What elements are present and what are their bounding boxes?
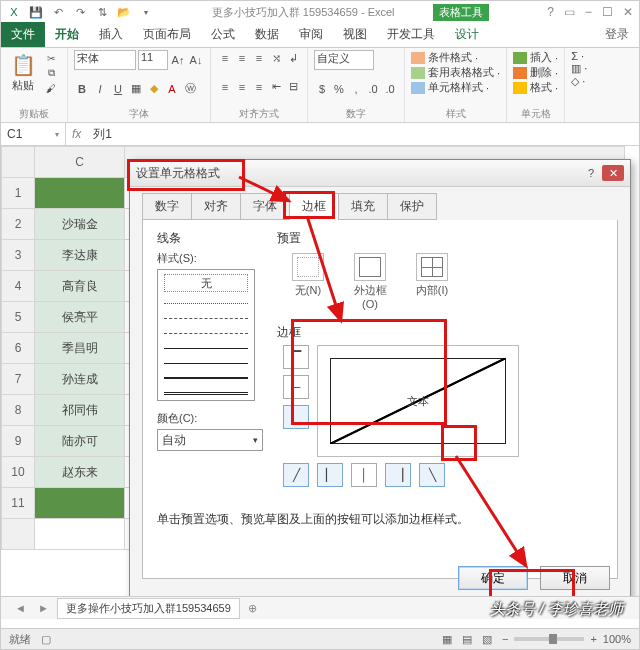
fill-color-icon[interactable]: ◆: [146, 81, 162, 97]
align-left-icon[interactable]: ≡: [217, 79, 233, 95]
preset-none[interactable]: 无(N): [287, 253, 329, 310]
cell-c10[interactable]: 赵东来: [35, 457, 125, 488]
cell-style-button[interactable]: 单元格样式 ·: [411, 80, 500, 95]
qat-dropdown-icon[interactable]: ▾: [139, 5, 153, 19]
table-format-button[interactable]: 套用表格格式 ·: [411, 65, 500, 80]
sheet-nav-prev-icon[interactable]: ◄: [11, 602, 30, 614]
wrap-text-icon[interactable]: ↲: [285, 50, 301, 66]
border-top-button[interactable]: ▔: [283, 345, 309, 369]
sort-icon[interactable]: ⇅: [95, 5, 109, 19]
cell-c2[interactable]: 沙瑞金: [35, 209, 125, 240]
name-box[interactable]: C1▾: [1, 123, 66, 145]
row-header[interactable]: 7: [2, 364, 35, 395]
row-header[interactable]: 11: [2, 488, 35, 519]
font-color-icon[interactable]: A: [164, 81, 180, 97]
italic-icon[interactable]: I: [92, 81, 108, 97]
help-icon[interactable]: ?: [547, 5, 554, 19]
align-right-icon[interactable]: ≡: [251, 79, 267, 95]
tab-home[interactable]: 开始: [45, 22, 89, 47]
fx-icon[interactable]: fx: [66, 127, 87, 141]
sheet-nav-next-icon[interactable]: ►: [34, 602, 53, 614]
row-header[interactable]: 8: [2, 395, 35, 426]
macro-record-icon[interactable]: ▢: [41, 633, 51, 646]
paste-button[interactable]: 📋 粘贴: [7, 50, 39, 96]
fill-icon[interactable]: ▥ ·: [571, 62, 587, 75]
formula-content[interactable]: 列1: [87, 126, 639, 143]
currency-icon[interactable]: $: [314, 81, 330, 97]
tab-file[interactable]: 文件: [1, 22, 45, 47]
minimize-icon[interactable]: −: [585, 5, 592, 19]
tab-view[interactable]: 视图: [333, 22, 377, 47]
tab-design[interactable]: 设计: [445, 22, 489, 47]
tab-insert[interactable]: 插入: [89, 22, 133, 47]
dlg-tab-font[interactable]: 字体: [240, 193, 290, 220]
border-left-button[interactable]: ▏: [317, 463, 343, 487]
dlg-tab-border[interactable]: 边框: [289, 193, 339, 220]
font-name-select[interactable]: 宋体: [74, 50, 136, 70]
bold-icon[interactable]: B: [74, 81, 90, 97]
tab-formulas[interactable]: 公式: [201, 22, 245, 47]
col-header-c[interactable]: C: [35, 147, 125, 178]
row-header[interactable]: 4: [2, 271, 35, 302]
row-header[interactable]: 1: [2, 178, 35, 209]
view-break-icon[interactable]: ▧: [482, 633, 492, 646]
align-middle-icon[interactable]: ≡: [234, 50, 250, 66]
row-header[interactable]: 10: [2, 457, 35, 488]
font-size-select[interactable]: 11: [138, 50, 168, 70]
orientation-icon[interactable]: ⤭: [268, 50, 284, 66]
decrease-font-icon[interactable]: A↓: [188, 52, 204, 68]
number-format-select[interactable]: 自定义: [314, 50, 374, 70]
conditional-format-button[interactable]: 条件格式 ·: [411, 50, 500, 65]
autosum-icon[interactable]: Σ ·: [571, 50, 587, 62]
row-header[interactable]: 6: [2, 333, 35, 364]
redo-icon[interactable]: ↷: [73, 5, 87, 19]
dialog-help-icon[interactable]: ?: [580, 165, 602, 181]
underline-icon[interactable]: U: [110, 81, 126, 97]
zoom-slider[interactable]: −+ 100%: [502, 633, 631, 645]
color-select[interactable]: 自动 ▾: [157, 429, 263, 451]
delete-button[interactable]: 删除 ·: [513, 65, 558, 80]
border-preview[interactable]: 文本: [317, 345, 519, 457]
view-page-icon[interactable]: ▤: [462, 633, 472, 646]
tab-data[interactable]: 数据: [245, 22, 289, 47]
clear-icon[interactable]: ◇ ·: [571, 75, 587, 88]
align-top-icon[interactable]: ≡: [217, 50, 233, 66]
preset-inside[interactable]: 内部(I): [411, 253, 453, 310]
comma-icon[interactable]: ,: [348, 81, 364, 97]
dlg-tab-fill[interactable]: 填充: [338, 193, 388, 220]
insert-button[interactable]: 插入 ·: [513, 50, 558, 65]
maximize-icon[interactable]: ☐: [602, 5, 613, 19]
new-sheet-icon[interactable]: ⊕: [244, 602, 261, 615]
phonetic-icon[interactable]: ⓦ: [182, 81, 198, 97]
line-style-none[interactable]: 无: [164, 274, 248, 292]
border-icon[interactable]: ▦: [128, 81, 144, 97]
cell-c6[interactable]: 季昌明: [35, 333, 125, 364]
border-right-button[interactable]: ▕: [385, 463, 411, 487]
dlg-tab-alignment[interactable]: 对齐: [191, 193, 241, 220]
view-normal-icon[interactable]: ▦: [442, 633, 452, 646]
increase-font-icon[interactable]: A↑: [170, 52, 186, 68]
cell-c11[interactable]: [35, 488, 125, 519]
copy-icon[interactable]: ⧉: [41, 66, 61, 80]
line-style-list[interactable]: 无: [157, 269, 255, 401]
decrease-decimal-icon[interactable]: .0: [382, 81, 398, 97]
cell-c7[interactable]: 孙连成: [35, 364, 125, 395]
format-button[interactable]: 格式 ·: [513, 80, 558, 95]
dlg-tab-protection[interactable]: 保护: [387, 193, 437, 220]
increase-decimal-icon[interactable]: .0: [365, 81, 381, 97]
border-bottom-button[interactable]: ▁: [283, 405, 309, 429]
cell-c4[interactable]: 高育良: [35, 271, 125, 302]
align-center-icon[interactable]: ≡: [234, 79, 250, 95]
percent-icon[interactable]: %: [331, 81, 347, 97]
open-icon[interactable]: 📂: [117, 5, 131, 19]
dialog-close-icon[interactable]: ✕: [602, 165, 624, 181]
cell-c9[interactable]: 陆亦可: [35, 426, 125, 457]
sheet-tab[interactable]: 更多操作小技巧加入群159534659: [57, 598, 240, 619]
tab-developer[interactable]: 开发工具: [377, 22, 445, 47]
border-vcenter-button[interactable]: │: [351, 463, 377, 487]
tab-page-layout[interactable]: 页面布局: [133, 22, 201, 47]
ribbon-collapse-icon[interactable]: ▭: [564, 5, 575, 19]
select-all-corner[interactable]: [2, 147, 35, 178]
preset-outline[interactable]: 外边框(O): [349, 253, 391, 310]
cell-c5[interactable]: 侯亮平: [35, 302, 125, 333]
